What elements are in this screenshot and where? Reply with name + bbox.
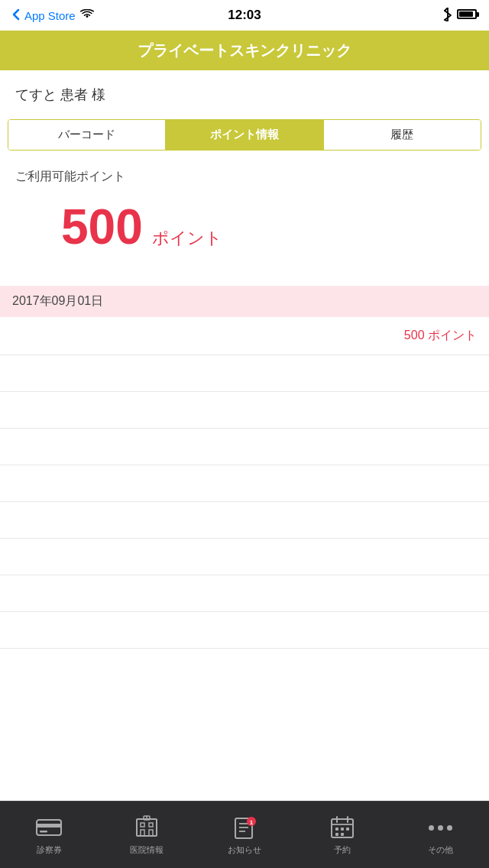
history-section: 2017年09月01日 500 ポイント [0, 286, 489, 649]
bottom-tab-news[interactable]: 1 お知らせ [196, 814, 293, 856]
empty-row-6 [0, 539, 489, 575]
more-icon [426, 814, 454, 841]
tab-points[interactable]: ポイント情報 [165, 120, 322, 150]
battery-icon [457, 9, 477, 21]
empty-row-1 [0, 355, 489, 392]
content-area: ご利用可能ポイント 500 ポイント [0, 151, 489, 278]
chevron-back-icon [12, 8, 20, 23]
bottom-tab-hospital[interactable]: 医院情報 [98, 814, 196, 856]
svg-text:1: 1 [250, 819, 254, 826]
empty-row-3 [0, 429, 489, 465]
empty-row-8 [0, 612, 489, 649]
status-bar: App Store 12:03 [0, 0, 489, 31]
svg-rect-4 [141, 823, 144, 827]
bottom-tab-news-label: お知らせ [228, 844, 261, 856]
bottom-tab-other[interactable]: その他 [391, 814, 489, 856]
bottom-tab-reservation[interactable]: 予約 [293, 814, 391, 856]
svg-rect-21 [341, 828, 344, 831]
status-bar-left: App Store [12, 8, 94, 23]
history-points: 500 ポイント [404, 328, 477, 344]
card-icon [35, 814, 63, 841]
bottom-tab-reservation-label: 予約 [334, 844, 351, 856]
svg-rect-24 [341, 833, 344, 836]
bottom-tab-hospital-label: 医院情報 [130, 844, 164, 856]
svg-rect-22 [346, 828, 349, 831]
bluetooth-icon [443, 8, 452, 24]
empty-row-4 [0, 465, 489, 502]
bottom-tab-card[interactable]: 診察券 [0, 814, 98, 856]
hospital-icon [133, 814, 160, 841]
bottom-tab-other-label: その他 [428, 844, 453, 856]
empty-row-5 [0, 502, 489, 539]
user-greeting: てすと 患者 様 [0, 70, 489, 119]
svg-rect-3 [137, 819, 157, 836]
news-icon: 1 [231, 814, 258, 841]
tab-barcode[interactable]: バーコード [8, 120, 165, 150]
svg-rect-2 [40, 831, 47, 833]
bottom-tab-bar: 診察券 医院情報 1 [0, 801, 489, 868]
svg-rect-20 [335, 828, 338, 831]
history-row: 500 ポイント [0, 317, 489, 355]
bottom-tab-card-label: 診察券 [37, 844, 62, 856]
points-display: 500 ポイント [15, 191, 474, 278]
empty-row-2 [0, 392, 489, 429]
wifi-icon [80, 9, 94, 22]
nav-bar: プライベートスキンクリニック [0, 31, 489, 70]
status-bar-time: 12:03 [228, 8, 261, 23]
status-bar-right [443, 8, 477, 24]
calendar-icon [329, 814, 356, 841]
points-unit: ポイント [152, 227, 222, 250]
tab-history[interactable]: 履歴 [323, 120, 481, 150]
svg-rect-1 [37, 824, 61, 828]
svg-rect-23 [335, 833, 338, 836]
points-label: ご利用可能ポイント [15, 169, 474, 185]
svg-rect-5 [149, 823, 153, 827]
svg-rect-7 [149, 830, 153, 836]
svg-rect-6 [141, 830, 144, 836]
nav-title: プライベートスキンクリニック [138, 40, 351, 61]
history-date-header: 2017年09月01日 [0, 286, 489, 317]
points-value: 500 [61, 199, 143, 255]
tabs-container: バーコード ポイント情報 履歴 [8, 119, 481, 151]
carrier-label: App Store [24, 9, 76, 22]
empty-row-7 [0, 575, 489, 612]
